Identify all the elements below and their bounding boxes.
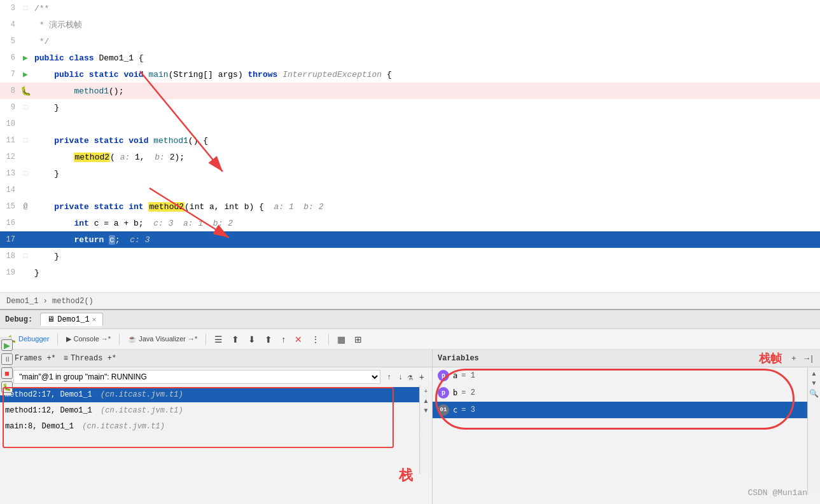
thread-up-btn[interactable]: ↑ (384, 371, 393, 383)
thread-dropdown[interactable]: "main"@1 in group "main": RUNNING (13, 370, 380, 384)
variables-panel: Variables 栈帧 + →| p a = 1 (433, 350, 820, 504)
var-item-a[interactable]: p a = 1 (433, 367, 820, 385)
breadcrumb: Demo1_1 › method2() (0, 292, 820, 309)
variables-header: Variables 栈帧 + →| (433, 350, 820, 367)
zhan-zhen-label: 栈帧 (759, 351, 782, 366)
thread-down-btn[interactable]: ↓ (396, 371, 405, 383)
side-stop-btn[interactable]: ■ (1, 367, 13, 379)
var-search-btn[interactable]: 🔍 (809, 389, 819, 398)
variables-list: p a = 1 p b = 2 01 c = 3 (433, 367, 820, 504)
debug-toolbar: 🐛 Debugger ▶ Console →* ☕ Java Visualize… (0, 329, 820, 350)
watermark: CSDN @Mun1an (747, 488, 807, 498)
more-btn1[interactable]: ⋮ (309, 333, 323, 346)
frame-item-method2[interactable]: method2:17, Demo1_1 (cn.itcast.jvm.t1) (0, 387, 432, 403)
var-icon-a: p (438, 370, 449, 381)
variables-title: Variables (438, 354, 479, 363)
step-into-btn[interactable]: ⬇ (246, 333, 258, 346)
var-icon-c: 01 (438, 404, 449, 416)
debug-panel: Debug: 🖥 Demo1_1 ✕ 🐛 Debugger ▶ Console … (0, 309, 820, 504)
threads-header[interactable]: ≡ Threads +* (64, 354, 116, 363)
frame-item-method1[interactable]: method1:12, Demo1_1 (cn.itcast.jvm.t1) (0, 403, 432, 419)
zhan-label: 栈 (399, 466, 413, 485)
debug-tab-demo1[interactable]: 🖥 Demo1_1 ✕ (40, 313, 103, 326)
var-scroll-up-btn[interactable]: ▲ (811, 370, 817, 377)
step-out-btn[interactable]: ⬇ (262, 333, 275, 346)
step-over-up-btn[interactable]: ⬆ (229, 333, 242, 346)
java-visualizer-btn[interactable]: ☕ Java Visualizer →* (125, 334, 200, 344)
debug-content: ☰ Frames +* ≡ Threads +* ✓ "main"@1 in g… (0, 350, 820, 504)
var-item-c[interactable]: 01 c = 3 (433, 402, 820, 419)
more-vars-btn[interactable]: →| (801, 351, 815, 366)
panel-header: ☰ Frames +* ≡ Threads +* (0, 350, 432, 367)
side-play-btn[interactable]: ▶ (1, 339, 13, 351)
frames-threads-panel: ☰ Frames +* ≡ Threads +* ✓ "main"@1 in g… (0, 350, 433, 504)
table-view-btn[interactable]: ▦ (335, 333, 348, 346)
step-up-btn[interactable]: ↑ (279, 333, 288, 346)
debug-tab-bar: Debug: 🖥 Demo1_1 ✕ (0, 310, 820, 329)
debug-title: Debug: (5, 315, 32, 324)
scroll-down-btn[interactable]: ▼ (423, 407, 429, 414)
filter-icon[interactable]: ⚗ (407, 372, 412, 383)
scroll-add-btn[interactable]: + (424, 388, 428, 395)
add-var-btn[interactable]: + (789, 351, 798, 366)
var-scroll-down-btn[interactable]: ▼ (811, 379, 817, 386)
console-btn[interactable]: ▶ Console →* (64, 334, 113, 344)
side-pause-btn[interactable]: ⏸ (1, 353, 13, 365)
var-icon-b: p (438, 387, 449, 398)
side-debug-btn[interactable]: 🐛 (1, 381, 13, 393)
list-view-btn[interactable]: ☰ (212, 333, 225, 346)
thread-selector-row: ✓ "main"@1 in group "main": RUNNING ↑ ↓ … (0, 367, 432, 387)
code-editor: 3 □ /** 4 * 演示栈帧 5 */ 6 ▶ public class D… (0, 0, 820, 292)
stop-btn[interactable]: ✕ (292, 333, 305, 346)
frame-item-main[interactable]: main:8, Demo1_1 (cn.itcast.jvm.t1) (0, 419, 432, 435)
var-item-b[interactable]: p b = 2 (433, 385, 820, 402)
scroll-up-btn[interactable]: ▲ (423, 397, 429, 404)
add-btn[interactable]: + (417, 371, 427, 383)
layout-btn[interactable]: ⊞ (352, 333, 365, 346)
